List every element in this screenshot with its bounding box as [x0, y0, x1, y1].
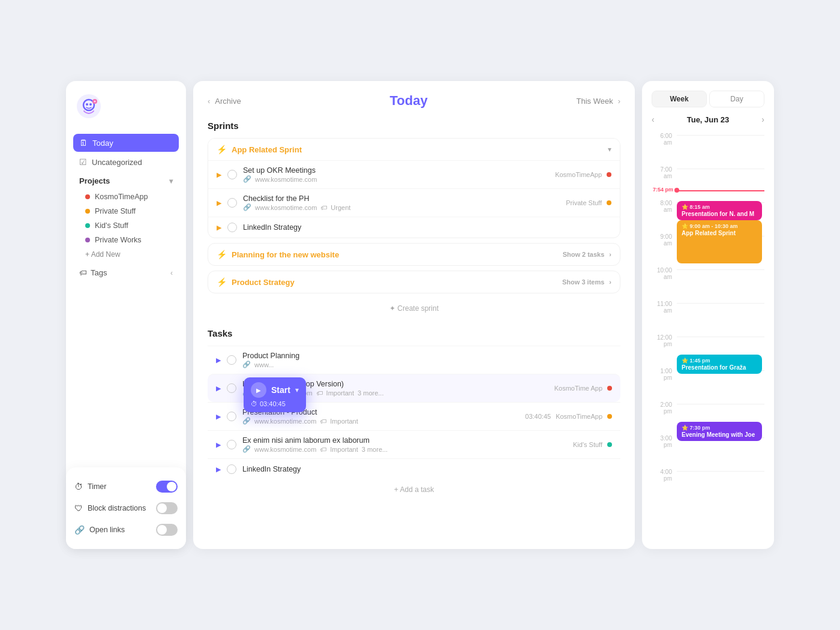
sprint-bolt-icon: ⚡ [217, 145, 227, 154]
task-row: ▶ Ex enim nisi anim laborum ex laborum 🔗… [208, 430, 620, 458]
chevron-down-icon: ▾ [169, 177, 173, 185]
current-time-label: 7:54 pm [653, 187, 673, 193]
play-icon[interactable]: ▶ [216, 413, 221, 421]
calendar-event[interactable]: ⭐ 1:45 pm Presentation for Graža [677, 355, 762, 374]
calendar-panel: Week Day ‹ Tue, Jun 23 › 6:00 am 7:00 am [642, 81, 774, 549]
task-complete-checkbox[interactable] [227, 440, 236, 449]
tab-day[interactable]: Day [709, 91, 764, 107]
svg-point-0 [77, 94, 101, 118]
link-icon: 🔗 [243, 203, 251, 211]
project-dot [85, 209, 90, 214]
tags-icon: 🏷 [79, 268, 87, 277]
play-icon[interactable]: ▶ [216, 466, 221, 473]
sprint-collapsed-header[interactable]: ⚡ Planning for the new website Show 2 ta… [208, 244, 620, 265]
next-day-button[interactable]: › [761, 115, 764, 124]
sidebar-item-uncategorized[interactable]: ☑ Uncategorized [73, 153, 179, 171]
link-icon: 🔗 [242, 361, 251, 368]
links-icon: 🔗 [74, 525, 85, 535]
sprints-section-title: Sprints [208, 121, 620, 131]
task-complete-checkbox[interactable] [227, 223, 237, 232]
sidebar-item-kids-stuff[interactable]: Kid's Stuff [73, 218, 179, 233]
task-complete-checkbox[interactable] [227, 464, 236, 474]
task-complete-checkbox[interactable] [227, 170, 237, 179]
calendar-event[interactable]: ⭐ 7:30 pm Evening Meeting with Joe [677, 422, 762, 441]
this-week-label[interactable]: This Week [576, 97, 613, 106]
chevron-right-icon: › [618, 97, 620, 106]
sprint-collapsed-header[interactable]: ⚡ Product Strategy Show 3 items › [208, 271, 620, 293]
sprint-product-strategy: ⚡ Product Strategy Show 3 items › [208, 271, 620, 293]
project-badge [607, 386, 612, 391]
play-icon[interactable]: ▶ [216, 441, 221, 449]
task-row: ▶ Product Planning 🔗 www... [208, 346, 620, 374]
link-icon: 🔗 [242, 417, 251, 425]
start-play-icon: ▶ [251, 382, 266, 398]
task-complete-checkbox[interactable] [227, 383, 236, 393]
time-slot: 6:00 am [652, 131, 764, 165]
sidebar-item-kosmotime[interactable]: KosmoTimeApp [73, 190, 179, 204]
current-time-dot [674, 188, 679, 193]
current-time-line [677, 190, 764, 191]
links-toggle[interactable] [156, 524, 178, 536]
tag-icon: 🏷 [320, 418, 326, 425]
chevron-right-icon: › [609, 278, 611, 286]
add-task-button[interactable]: + Add a task [208, 479, 620, 500]
sprint-app-related: ⚡ App Related Sprint ▾ ▶ Set up OKR Meet… [208, 138, 620, 238]
block-toggle[interactable] [156, 502, 178, 514]
sprint-header[interactable]: ⚡ App Related Sprint ▾ [208, 139, 620, 160]
uncategorized-icon: ☑ [79, 157, 87, 167]
chevron-right-icon: › [609, 251, 611, 258]
projects-header[interactable]: Projects ▾ [73, 172, 179, 190]
time-slot: 10:00 am [652, 266, 764, 299]
timer-icon: ⏱ [74, 482, 83, 491]
play-icon[interactable]: ▶ [216, 385, 221, 392]
time-slot: 11:00 am [652, 299, 764, 333]
calendar-event[interactable]: ⭐ 9:00 am - 10:30 am App Related Sprint [677, 220, 762, 263]
open-links-row: 🔗 Open links [74, 519, 178, 541]
play-icon[interactable]: ▶ [216, 356, 221, 364]
sprint-chevron-icon: ▾ [608, 145, 611, 154]
task-complete-checkbox[interactable] [227, 198, 237, 208]
start-label[interactable]: Start [271, 385, 290, 395]
play-icon[interactable]: ▶ [217, 224, 221, 232]
task-complete-checkbox[interactable] [227, 412, 236, 421]
task-row: ▶ LinkedIn Strategy [208, 458, 620, 479]
tag-icon: 🏷 [320, 446, 326, 453]
link-icon: 🔗 [243, 175, 251, 183]
calendar-event[interactable]: ⭐ 8:15 am Presentation for N. and M [677, 201, 762, 220]
sidebar-item-private-stuff[interactable]: Private Stuff [73, 204, 179, 218]
sidebar-item-today[interactable]: 🗓 Today [73, 134, 179, 152]
timer-toggle[interactable] [156, 481, 178, 493]
block-distractions-row: 🛡 Block distractions [74, 497, 178, 519]
time-slot: 4:00 pm [652, 467, 764, 491]
play-icon[interactable]: ▶ [217, 199, 221, 207]
sidebar-item-private-works[interactable]: Private Works [73, 233, 179, 247]
today-icon: 🗓 [79, 138, 88, 148]
nav-archive[interactable]: ‹ Archive [208, 97, 241, 106]
start-timer-display: ⏱ 03:40:45 [251, 400, 299, 407]
tab-week[interactable]: Week [652, 91, 707, 107]
calendar-tabs: Week Day [652, 91, 764, 107]
sprint-bolt-icon: ⚡ [217, 277, 227, 287]
create-sprint-button[interactable]: ✦ Create sprint [208, 298, 620, 319]
active-task-container: ▶ KosmoTime (Desktop Version) 🔗 www.gips… [208, 374, 620, 402]
tasks-section-title: Tasks [208, 328, 620, 338]
timer-widget-row: ⏱ Timer [74, 476, 178, 497]
tasks-section: Tasks ▶ Product Planning 🔗 www... ▶ [208, 328, 620, 500]
add-new-project-button[interactable]: + Add New [73, 247, 179, 262]
prev-day-button[interactable]: ‹ [652, 115, 655, 124]
project-dot [85, 238, 90, 242]
main-panel: ‹ Archive Today This Week › Sprints ⚡ Ap… [193, 81, 635, 549]
task-row: ▶ Checklist for the PH 🔗 www.kosmotime.c… [208, 188, 620, 217]
tags-chevron-icon: ‹ [170, 269, 173, 277]
project-badge [607, 172, 611, 177]
task-row: ▶ Set up OKR Meetings 🔗 www.kosmotime.co… [208, 160, 620, 188]
tags-section[interactable]: 🏷 Tags ‹ [73, 264, 179, 281]
play-icon[interactable]: ▶ [217, 171, 221, 179]
project-badge [607, 442, 612, 447]
task-complete-checkbox[interactable] [227, 355, 236, 365]
page-title: Today [390, 93, 428, 109]
tag-icon: 🏷 [320, 204, 327, 211]
tag-icon: 🏷 [316, 389, 323, 397]
project-badge [607, 414, 612, 419]
sprint-planning: ⚡ Planning for the new website Show 2 ta… [208, 243, 620, 266]
